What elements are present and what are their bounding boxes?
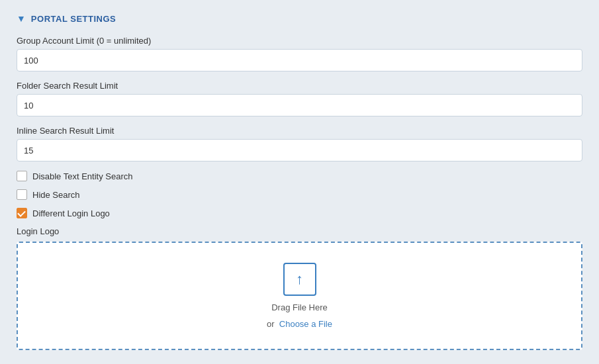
disable-text-entity-search-group: Disable Text Entity Search xyxy=(17,171,582,181)
file-drop-zone[interactable]: ↑ Drag File Here or Choose a File xyxy=(17,242,582,350)
portal-settings-panel: ▼ PORTAL SETTINGS Group Account Limit (0… xyxy=(7,7,592,364)
chevron-down-icon[interactable]: ▼ xyxy=(17,13,26,24)
disable-text-entity-search-checkbox[interactable] xyxy=(17,171,27,181)
drag-file-text: Drag File Here xyxy=(271,302,328,312)
different-login-logo-label[interactable]: Different Login Logo xyxy=(32,208,110,218)
choose-file-link[interactable]: Choose a File xyxy=(279,319,332,329)
hide-search-label[interactable]: Hide Search xyxy=(32,190,80,200)
folder-search-limit-input[interactable] xyxy=(17,94,582,116)
group-account-limit-input[interactable] xyxy=(17,49,582,71)
inline-search-limit-input[interactable] xyxy=(17,139,582,161)
section-header: ▼ PORTAL SETTINGS xyxy=(17,13,582,24)
inline-search-limit-label: Inline Search Result Limit xyxy=(17,126,582,136)
different-login-logo-group: Different Login Logo xyxy=(17,208,582,218)
login-logo-label: Login Logo xyxy=(17,226,582,236)
inline-search-limit-group: Inline Search Result Limit xyxy=(17,126,582,161)
group-account-limit-label: Group Account Limit (0 = unlimited) xyxy=(17,36,582,46)
different-login-logo-checkbox[interactable] xyxy=(17,208,27,218)
or-text: or xyxy=(267,319,275,329)
choose-file-row: or Choose a File xyxy=(267,319,332,329)
hide-search-group: Hide Search xyxy=(17,189,582,200)
upload-icon-wrapper: ↑ xyxy=(283,263,316,296)
folder-search-limit-label: Folder Search Result Limit xyxy=(17,81,582,91)
folder-search-limit-group: Folder Search Result Limit xyxy=(17,81,582,116)
hide-search-checkbox[interactable] xyxy=(17,189,27,200)
login-logo-group: Login Logo ↑ Drag File Here or Choose a … xyxy=(17,226,582,350)
group-account-limit-group: Group Account Limit (0 = unlimited) xyxy=(17,36,582,71)
section-title: PORTAL SETTINGS xyxy=(31,14,116,24)
disable-text-entity-search-label[interactable]: Disable Text Entity Search xyxy=(32,171,133,181)
upload-arrow-icon: ↑ xyxy=(296,272,303,287)
